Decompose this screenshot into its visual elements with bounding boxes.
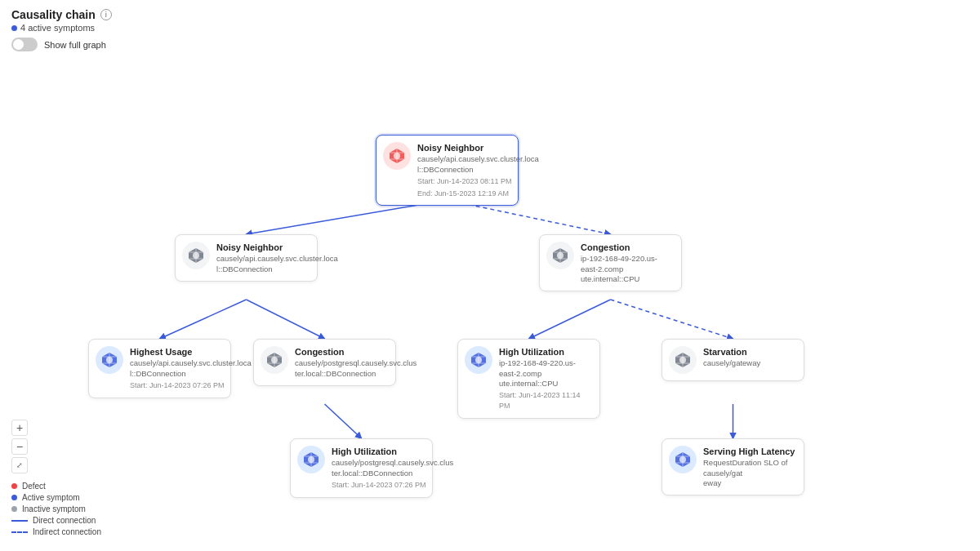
svg-line-3 [247, 300, 325, 339]
show-full-graph-toggle[interactable] [11, 38, 38, 51]
node-icon-n7 [669, 346, 697, 374]
node-n3[interactable]: Congestionip-192-168-49-220.us-east-2.co… [539, 234, 682, 291]
inactive-symptom-dot [11, 506, 17, 512]
node-n5[interactable]: Congestioncausely/postgresql.causely.svc… [253, 339, 396, 386]
legend-inactive-symptom: Inactive symptom [11, 504, 101, 513]
node-info-n3: Congestionip-192-168-49-220.us-east-2.co… [581, 242, 673, 284]
node-icon-n9 [669, 446, 697, 473]
legend-active-symptom: Active symptom [11, 493, 101, 502]
node-info-n2: Noisy Neighborcausely/api.causely.svc.cl… [216, 242, 338, 274]
node-icon-n3 [546, 242, 574, 269]
info-icon[interactable]: i [100, 9, 112, 20]
active-dot [11, 25, 17, 31]
node-n8[interactable]: High Utilizationcausely/postgresql.cause… [290, 438, 433, 498]
node-icon-n6 [465, 346, 492, 374]
node-n1[interactable]: Noisy Neighborcausely/api.causely.svc.cl… [376, 135, 519, 206]
node-icon-n2 [182, 242, 210, 269]
node-info-n1: Noisy Neighborcausely/api.causely.svc.cl… [417, 142, 539, 198]
node-n7[interactable]: Starvationcausely/gateway [662, 339, 804, 381]
defect-dot [11, 483, 17, 489]
node-icon-n4 [96, 346, 123, 374]
node-info-n9: Serving High LatencyRequestDuration SLO … [703, 446, 795, 488]
node-info-n7: Starvationcausely/gateway [703, 346, 795, 369]
active-symptom-dot [11, 495, 17, 500]
zoom-in-button[interactable]: + [11, 420, 28, 436]
legend-direct-connection: Direct connection [11, 516, 101, 525]
node-info-n8: High Utilizationcausely/postgresql.cause… [332, 446, 453, 491]
indirect-line [11, 531, 28, 533]
node-icon-n1 [383, 142, 411, 170]
toggle-label: Show full graph [44, 40, 106, 50]
node-icon-n5 [261, 346, 288, 374]
page-title: Causality chain [11, 8, 96, 21]
direct-line [11, 520, 28, 522]
svg-line-6 [325, 404, 362, 438]
legend-defect: Defect [11, 482, 101, 491]
header: Causality chain i 4 active symptoms Show… [0, 0, 980, 55]
fit-button[interactable]: ⤢ [11, 457, 28, 473]
node-n2[interactable]: Noisy Neighborcausely/api.causely.svc.cl… [175, 234, 318, 282]
controls-area: + − ⤢ Defect Active symptom Inactive sym… [11, 420, 101, 536]
node-n9[interactable]: Serving High LatencyRequestDuration SLO … [662, 438, 804, 495]
legend-indirect-connection: Indirect connection [11, 527, 101, 536]
node-n4[interactable]: Highest Usagecausely/api.causely.svc.clu… [88, 339, 231, 398]
toggle-row: Show full graph [11, 38, 969, 51]
node-icon-n8 [297, 446, 325, 473]
svg-line-5 [611, 300, 733, 339]
svg-line-4 [529, 300, 611, 339]
node-info-n5: Congestioncausely/postgresql.causely.svc… [295, 346, 416, 379]
active-symptoms: 4 active symptoms [11, 23, 969, 33]
node-info-n4: Highest Usagecausely/api.causely.svc.clu… [130, 346, 252, 391]
graph-area: Noisy Neighborcausely/api.causely.svc.cl… [0, 55, 980, 524]
node-n6[interactable]: High Utilizationip-192-168-49-220.us-eas… [457, 339, 600, 419]
connections-svg [0, 55, 980, 524]
zoom-out-button[interactable]: − [11, 438, 28, 455]
node-info-n6: High Utilizationip-192-168-49-220.us-eas… [499, 346, 591, 411]
legend: Defect Active symptom Inactive symptom D… [11, 482, 101, 536]
svg-line-2 [160, 300, 247, 339]
